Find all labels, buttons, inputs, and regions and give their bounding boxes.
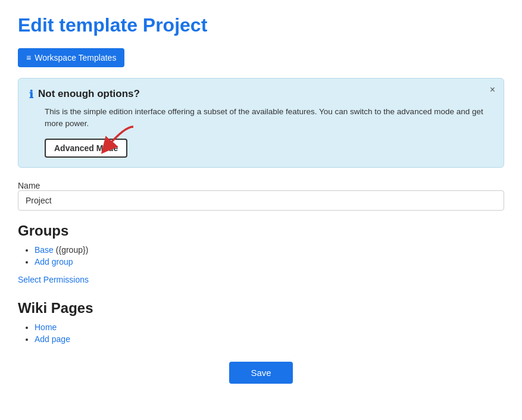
list-item: Base ({group})	[35, 245, 504, 255]
group-placeholder: ({group})	[56, 245, 88, 255]
advanced-mode-button[interactable]: Advanced Mode	[45, 139, 127, 158]
page-title: Edit template Project	[18, 14, 504, 36]
wiki-pages-list: Home Add page	[18, 322, 504, 344]
base-group-link[interactable]: Base	[35, 245, 54, 255]
list-item: Add group	[35, 257, 504, 267]
info-icon: ℹ	[29, 88, 33, 101]
workspace-templates-label: Workspace Templates	[35, 53, 116, 62]
list-item: Home	[35, 322, 504, 332]
save-button[interactable]: Save	[229, 362, 292, 384]
name-label: Name	[18, 181, 40, 190]
close-button[interactable]: ×	[490, 84, 495, 95]
name-field-group: Name	[18, 181, 504, 211]
info-box-body: This is the simple edition interface off…	[29, 106, 493, 130]
info-box: × ℹ Not enough options? This is the simp…	[18, 78, 504, 168]
list-item: Add page	[35, 334, 504, 344]
groups-list: Base ({group}) Add group	[18, 245, 504, 267]
add-page-link[interactable]: Add page	[35, 334, 70, 344]
home-link[interactable]: Home	[35, 322, 57, 332]
select-permissions-link[interactable]: Select Permissions	[18, 275, 89, 284]
list-icon: ≡	[26, 53, 31, 62]
workspace-templates-button[interactable]: ≡ Workspace Templates	[18, 48, 124, 67]
info-box-title: Not enough options?	[38, 88, 140, 100]
add-group-link[interactable]: Add group	[35, 257, 73, 267]
name-input[interactable]	[18, 190, 504, 211]
groups-title: Groups	[18, 222, 504, 239]
wiki-pages-title: Wiki Pages	[18, 300, 504, 316]
